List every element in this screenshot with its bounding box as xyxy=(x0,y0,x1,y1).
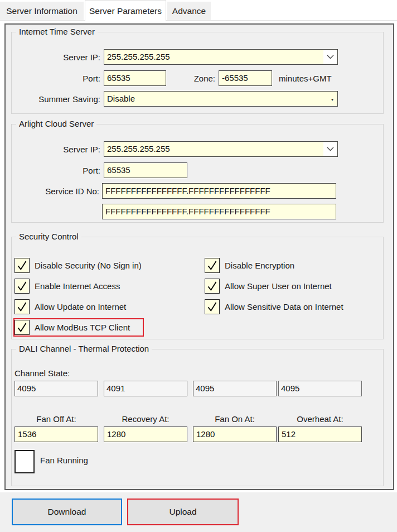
overheat-at-label: Overheat At: xyxy=(278,414,362,424)
upload-button[interactable]: Upload xyxy=(127,499,239,525)
acs-service-id-input-1[interactable]: FFFFFFFFFFFFFFFF.FFFFFFFFFFFFFFFF xyxy=(102,183,336,199)
overheat-at-input[interactable]: 512 xyxy=(278,426,362,442)
its-zone-suffix: minutes+GMT xyxy=(279,74,332,83)
tab-advance[interactable]: Advance xyxy=(167,2,211,20)
its-summer-saving-label: Summer Saving: xyxy=(22,94,100,104)
tab-server-information[interactable]: Server Information xyxy=(0,2,84,20)
group-title: DALI Channel - Thermal Protection xyxy=(16,344,152,353)
checkbox-disable-security[interactable] xyxy=(14,258,30,273)
fan-off-at-input[interactable]: 1536 xyxy=(14,426,98,442)
its-summer-saving-dropdown[interactable]: Disable ▾ xyxy=(104,91,338,107)
fan-running-label: Fan Running xyxy=(40,456,88,465)
acs-port-label: Port: xyxy=(33,166,100,175)
chevron-down-icon[interactable] xyxy=(323,50,337,64)
acs-server-ip-label: Server IP: xyxy=(33,145,100,154)
its-server-ip-value: 255.255.255.255 xyxy=(107,52,170,61)
tab-server-parameters[interactable]: Server Parameters xyxy=(85,0,166,21)
channel-state-2: 4091 xyxy=(104,381,187,396)
channel-state-label: Channel State: xyxy=(14,368,70,378)
its-port-label: Port: xyxy=(33,74,100,83)
checkbox-allow-modbus-tcp-client[interactable] xyxy=(14,320,30,335)
acs-server-ip-value: 255.255.255.255 xyxy=(107,144,170,154)
group-title: Security Control xyxy=(16,232,81,241)
checkbox-disable-encryption[interactable] xyxy=(205,258,220,273)
checkbox-label: Enable Internet Access xyxy=(35,281,120,291)
checkbox-allow-super-user[interactable] xyxy=(205,279,220,294)
checkbox-enable-internet-access[interactable] xyxy=(14,279,30,294)
checkbox-label: Allow Sensitive Data on Internet xyxy=(225,302,343,311)
acs-server-ip-combobox[interactable]: 255.255.255.255 xyxy=(104,141,338,157)
server-parameters-page: Server Information Server Parameters Adv… xyxy=(0,0,397,532)
download-button[interactable]: Download xyxy=(12,499,122,525)
its-zone-label: Zone: xyxy=(167,74,215,83)
fan-running-indicator[interactable] xyxy=(14,450,35,473)
recovery-at-input[interactable]: 1280 xyxy=(104,426,187,442)
dropdown-arrow-icon: ▾ xyxy=(331,98,333,102)
checkbox-label: Allow ModBus TCP Client xyxy=(35,323,130,332)
its-zone-input[interactable]: -65535 xyxy=(219,70,272,86)
acs-port-input[interactable]: 65535 xyxy=(104,162,187,178)
group-title: Arlight Cloud Server xyxy=(16,119,96,128)
checkbox-label: Allow Update on Internet xyxy=(35,302,126,311)
checkbox-label: Disable Encryption xyxy=(225,261,294,270)
checkbox-label: Allow Super User on Internet xyxy=(225,281,332,291)
its-server-ip-label: Server IP: xyxy=(33,52,100,62)
channel-state-1: 4095 xyxy=(14,381,98,396)
chevron-down-icon[interactable] xyxy=(323,142,337,156)
channel-state-4: 4095 xyxy=(278,381,362,396)
fan-on-at-input[interactable]: 1280 xyxy=(193,426,277,442)
tab-strip: Server Information Server Parameters Adv… xyxy=(0,0,397,21)
checkbox-allow-update-on-internet[interactable] xyxy=(14,299,30,314)
checkbox-label: Disable Security (No Sign in) xyxy=(35,261,142,270)
fan-off-at-label: Fan Off At: xyxy=(14,414,98,424)
fan-on-at-label: Fan On At: xyxy=(193,414,277,424)
its-server-ip-combobox[interactable]: 255.255.255.255 xyxy=(104,49,338,65)
recovery-at-label: Recovery At: xyxy=(104,414,187,424)
group-title: Internet Time Server xyxy=(16,27,98,36)
channel-state-3: 4095 xyxy=(193,381,277,396)
its-port-input[interactable]: 65535 xyxy=(104,70,166,86)
its-summer-saving-value: Disable xyxy=(107,94,135,103)
acs-service-id-input-2[interactable]: FFFFFFFFFFFFFFFF.FFFFFFFFFFFFFFFF xyxy=(102,204,336,219)
checkbox-allow-sensitive-data[interactable] xyxy=(205,299,220,314)
acs-service-id-label: Service ID No: xyxy=(17,186,99,196)
